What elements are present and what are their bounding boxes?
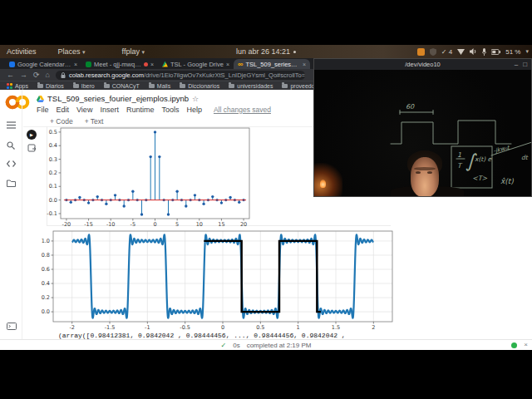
bookmark-apps[interactable]: Apps: [7, 83, 28, 89]
notebook-filename[interactable]: TSL_509_series_fourier_ejemplos.ipynb: [47, 94, 189, 103]
tab-meet[interactable]: Meet - qjj-mwqw-nzd ×: [81, 59, 158, 69]
lock-icon: [61, 72, 66, 78]
home-icon[interactable]: ⌂: [46, 71, 50, 79]
webcam-window[interactable]: /dev/video10 – □ 60 1 T ∫ x(t) e: [313, 58, 532, 197]
menu-tools[interactable]: Tools: [161, 106, 179, 114]
check-icon: ✓: [221, 342, 227, 349]
reload-icon[interactable]: ⟳: [33, 71, 40, 79]
maximize-icon[interactable]: □: [523, 61, 527, 68]
app-menu-ffplay[interactable]: ffplay ▾: [122, 47, 145, 56]
url-text: colab.research.google.com/drive/1Eio7ilg…: [69, 71, 305, 79]
chevron-down-icon: ▾: [525, 48, 529, 55]
webcam-title-bar[interactable]: /dev/video10 – □: [314, 59, 531, 70]
folder-icon: [104, 84, 110, 88]
bookmark-folder[interactable]: CONACyT: [104, 83, 140, 89]
recording-dot-icon: [144, 62, 148, 66]
apps-grid-icon: [7, 83, 12, 89]
svg-text:0.5: 0.5: [256, 324, 264, 331]
svg-text:-5: -5: [131, 221, 135, 226]
cell-output-text: (array([0.98412381, 0.9842042 , 0.984444…: [58, 332, 346, 339]
battery-percent: 51 %: [505, 48, 520, 56]
menu-edit[interactable]: Edit: [57, 106, 70, 114]
bookmark-folder[interactable]: universidades: [229, 83, 273, 89]
terminal-icon[interactable]: [7, 323, 17, 330]
board-frac-den: T: [457, 162, 463, 170]
folder-icon: [180, 84, 185, 88]
screen: Activities Places ▾ ffplay ▾ lun abr 26 …: [0, 0, 532, 399]
svg-text:1: 1: [297, 324, 300, 331]
drive-icon: [37, 96, 44, 102]
svg-text:1.5: 1.5: [332, 324, 340, 331]
back-icon[interactable]: ←: [7, 71, 14, 79]
svg-text:-15: -15: [84, 221, 93, 226]
tab-google-calendar[interactable]: Google Calendar - Week ×: [5, 59, 81, 69]
board-frac-num: 1: [457, 151, 461, 159]
execution-status-bar: ✓ 0s completed at 2:19 PM ×: [0, 339, 532, 350]
execution-time: 0s: [233, 342, 239, 349]
svg-text:15: 15: [218, 221, 224, 226]
folder-icon: [73, 84, 79, 88]
files-folder-icon[interactable]: [7, 180, 16, 187]
ffplay-app-icon: [417, 48, 425, 56]
forward-icon[interactable]: →: [20, 71, 27, 79]
system-tray[interactable]: ✓ 4 51 % ▾: [417, 45, 529, 58]
desktop-top-bar: Activities Places ▾ ffplay ▾ lun abr 26 …: [0, 45, 532, 58]
svg-text:-0.1: -0.1: [47, 210, 57, 217]
svg-text:-0.5: -0.5: [180, 324, 190, 331]
svg-text:0: 0: [221, 324, 224, 331]
shield-icon: [430, 48, 436, 56]
tab-close-icon[interactable]: ×: [150, 62, 154, 67]
colab-favicon: ∞: [238, 62, 243, 67]
run-cell-button[interactable]: ▶: [27, 130, 37, 140]
code-icon[interactable]: [7, 160, 16, 167]
svg-text:5: 5: [175, 221, 179, 226]
save-status[interactable]: All changes saved: [214, 106, 271, 114]
menu-runtime[interactable]: Runtime: [126, 106, 155, 114]
board-dt: dt: [521, 154, 529, 161]
notification-dot-icon: [293, 51, 296, 53]
bookmark-folder[interactable]: Ibero: [73, 83, 95, 89]
svg-text:-10: -10: [106, 221, 116, 226]
address-bar[interactable]: colab.research.google.com/drive/1Eio7ilg…: [56, 71, 305, 80]
bookmark-folder[interactable]: Diccionarios: [180, 83, 219, 89]
bookmark-folder[interactable]: Diarios: [37, 83, 64, 89]
chevron-down-icon: ▾: [82, 49, 86, 55]
menu-help[interactable]: Help: [186, 106, 202, 114]
stem-plot-fourier-coefficients: -20-15-10-505101520-0.10.00.10.20.30.40.…: [47, 125, 259, 226]
svg-text:0.2: 0.2: [49, 170, 57, 176]
minimize-icon[interactable]: –: [515, 61, 518, 68]
activities-button[interactable]: Activities: [7, 47, 37, 56]
svg-text:0.6: 0.6: [42, 266, 50, 273]
menu-bar: File Edit View Insert Runtime Tools Help…: [37, 106, 271, 114]
star-icon[interactable]: ☆: [192, 95, 199, 103]
places-menu[interactable]: Places ▾: [58, 47, 86, 56]
menu-view[interactable]: View: [76, 106, 92, 114]
svg-text:-20: -20: [62, 221, 71, 226]
board-integrand: x(t) e: [475, 155, 493, 163]
svg-text:0.8: 0.8: [42, 252, 50, 259]
svg-text:10: 10: [196, 221, 203, 226]
svg-text:20: 20: [240, 221, 247, 226]
tab-google-drive[interactable]: TSL - Google Drive ×: [158, 59, 234, 69]
svg-text:0.5: 0.5: [49, 129, 57, 135]
tab-colab-notebook[interactable]: ∞ TSL_509_series_fourier_ ×: [234, 59, 310, 69]
close-icon[interactable]: ×: [524, 341, 528, 348]
bookmark-folder[interactable]: Mails: [149, 83, 170, 89]
menu-insert[interactable]: Insert: [100, 106, 119, 114]
tab-close-icon[interactable]: ×: [74, 62, 77, 67]
search-icon[interactable]: [7, 141, 15, 150]
menu-file[interactable]: File: [37, 106, 49, 114]
svg-text:0.0: 0.0: [49, 197, 57, 204]
calendar-favicon: [9, 62, 15, 67]
clock[interactable]: lun abr 26 14:21: [236, 47, 296, 56]
notebook-title-row: TSL_509_series_fourier_ejemplos.ipynb ☆: [37, 94, 199, 103]
svg-text:-2: -2: [69, 324, 74, 331]
line-plot-square-wave: -2-1.5-1-0.500.511.520.00.20.40.60.81.0: [40, 228, 399, 332]
battery-icon: [491, 49, 500, 55]
tab-close-icon[interactable]: ×: [303, 62, 306, 67]
cell-output-options-icon[interactable]: [27, 144, 37, 153]
tab-close-icon[interactable]: ×: [226, 62, 229, 67]
drive-favicon: [162, 62, 168, 67]
table-of-contents-icon[interactable]: [7, 121, 16, 129]
candle-flame: [320, 180, 326, 188]
